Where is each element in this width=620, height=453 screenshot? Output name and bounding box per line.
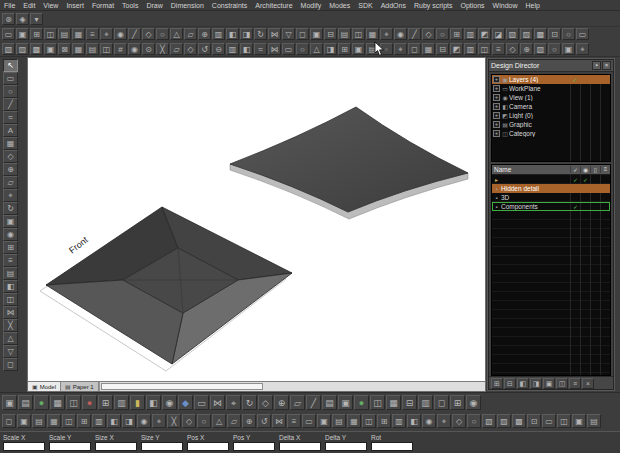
status-field-input[interactable] [3, 442, 45, 451]
toolbar-icon[interactable]: ⋈ [210, 395, 225, 410]
toolbar-icon[interactable]: ▨ [520, 28, 533, 40]
column-header-icon[interactable]: ◉ [580, 166, 590, 173]
tool-icon[interactable]: ◧ [3, 280, 18, 293]
menu-item[interactable]: Format [88, 2, 118, 9]
menu-item[interactable]: Dimension [167, 2, 208, 9]
menu-item[interactable]: Constraints [208, 2, 251, 9]
sheet-tab[interactable]: ▤ Paper 1 [61, 382, 99, 391]
toolbar-icon[interactable]: ▥ [226, 43, 239, 55]
toolbar-icon[interactable]: ◆ [178, 395, 193, 410]
toolbar-icon[interactable]: ↻ [254, 28, 267, 40]
toolbar-icon[interactable]: ▤ [58, 28, 71, 40]
menu-item[interactable]: Draw [142, 2, 166, 9]
toolbar-icon[interactable]: ⊞ [377, 414, 391, 428]
toolbar-icon[interactable]: ▦ [47, 414, 61, 428]
toolbar-icon[interactable]: ◇ [452, 414, 466, 428]
toolbar-icon[interactable]: ◩ [478, 28, 491, 40]
menu-item[interactable]: AddOns [377, 2, 410, 9]
toolbar-icon[interactable]: ◧ [407, 414, 421, 428]
column-header-icon[interactable]: ≡ [600, 166, 610, 173]
tool-icon[interactable]: △ [3, 332, 18, 345]
tree-item[interactable]: + ◧ Camera [492, 102, 610, 111]
toolbar-icon[interactable]: ▥ [92, 414, 106, 428]
toolbar-icon[interactable]: ≈ [254, 43, 267, 55]
toolbar-icon[interactable]: ◫ [478, 43, 491, 55]
name-column-header[interactable]: Name [492, 166, 570, 173]
check-icon[interactable]: ✓ [580, 176, 590, 183]
toolbar-icon[interactable]: ▭ [302, 414, 316, 428]
toolbar-icon[interactable]: ▣ [310, 28, 323, 40]
toolbar-icon[interactable]: ○ [548, 43, 561, 55]
menu-item[interactable]: Tools [118, 2, 142, 9]
toolbar-icon[interactable]: ○ [436, 28, 449, 40]
toolbar-icon[interactable]: ⊞ [30, 28, 43, 40]
menu-item[interactable]: Architecture [251, 2, 296, 9]
toolbar-icon[interactable]: ▧ [482, 414, 496, 428]
toolbar-icon[interactable]: ▤ [32, 414, 46, 428]
toolbar-icon[interactable]: ▭ [194, 395, 209, 410]
toolbar-icon[interactable]: ▧ [506, 28, 519, 40]
column-header-icon[interactable]: ▯ [590, 166, 600, 173]
toolbar-icon[interactable]: △ [310, 43, 323, 55]
curved-slab-object[interactable] [230, 107, 468, 219]
toolbar-icon[interactable]: ≡ [86, 28, 99, 40]
toolbar-icon[interactable]: ◉ [162, 395, 177, 410]
toolbar-icon[interactable]: ╳ [167, 414, 181, 428]
toolbar-icon[interactable]: ↺ [257, 414, 271, 428]
toolbar-icon[interactable]: ◫ [557, 414, 571, 428]
toolbar-icon[interactable]: ▣ [572, 414, 586, 428]
toolbar-icon[interactable]: ▦ [386, 395, 401, 410]
toolbar-icon[interactable]: ╳ [156, 43, 169, 55]
tool-icon[interactable]: ⊕ [3, 163, 18, 176]
toolbar-icon[interactable]: ◻ [434, 395, 449, 410]
toolbar-icon[interactable]: ▤ [86, 43, 99, 55]
tree-item[interactable]: + ▣ Layers (4) ✓ [492, 75, 610, 84]
toolbar-icon[interactable]: ▩ [534, 28, 547, 40]
toolbar-icon[interactable]: ⊞ [338, 43, 351, 55]
toolbar-icon[interactable]: ╱ [306, 395, 321, 410]
sheet-tab[interactable]: ▣ Model [28, 382, 61, 391]
horizontal-scrollbar[interactable] [99, 382, 485, 391]
toolbar-icon[interactable]: ▱ [290, 395, 305, 410]
toolbar-icon[interactable]: ≡ [287, 414, 301, 428]
check-icon[interactable]: ✓ [570, 176, 580, 183]
panel-icon[interactable]: ≡ [569, 378, 581, 389]
toolbar-icon[interactable]: ▤ [18, 395, 33, 410]
tool-icon[interactable]: ⌖ [3, 189, 18, 202]
menu-item[interactable]: Options [456, 2, 488, 9]
toolbar-icon[interactable]: ◫ [44, 28, 57, 40]
toolbar-icon[interactable]: ◉ [114, 28, 127, 40]
toolbar-icon[interactable]: △ [170, 28, 183, 40]
menu-item[interactable]: Help [522, 2, 544, 9]
toolbar-icon[interactable]: ▤ [332, 414, 346, 428]
toolbar-icon[interactable]: ▱ [227, 414, 241, 428]
tool-icon[interactable]: ▽ [3, 345, 18, 358]
tool-icon[interactable]: ▭ [3, 72, 18, 85]
toolbar-icon[interactable]: ▦ [72, 43, 85, 55]
tool-icon[interactable]: ╱ [3, 98, 18, 111]
expand-icon[interactable]: + [493, 103, 500, 110]
toolbar-icon[interactable]: ◉ [128, 43, 141, 55]
toolbar-icon[interactable]: ⊞ [77, 414, 91, 428]
toolbar-icon[interactable]: ▽ [282, 28, 295, 40]
toolbar-icon[interactable]: ◻ [408, 43, 421, 55]
expand-icon[interactable]: + [493, 130, 500, 137]
tree-item[interactable]: + ▭ WorkPlane [492, 84, 610, 93]
toolbar-icon[interactable]: ⊡ [548, 28, 561, 40]
toolbar-icon[interactable]: ⊞ [98, 395, 113, 410]
status-field-input[interactable] [371, 442, 413, 451]
toolbar-icon[interactable]: ◈ [16, 13, 29, 25]
tool-icon[interactable]: ↖ [3, 59, 18, 72]
toolbar-icon[interactable]: ◫ [362, 414, 376, 428]
tree-item[interactable]: + ◩ Light (0) [492, 111, 610, 120]
toolbar-icon[interactable]: ⊟ [324, 28, 337, 40]
toolbar-icon[interactable]: ⊠ [58, 43, 71, 55]
toolbar-icon[interactable]: ⋈ [272, 414, 286, 428]
toolbar-icon[interactable]: ⋈ [268, 28, 281, 40]
layer-row[interactable]: ▪ Hidden detail [492, 184, 610, 193]
toolbar-icon[interactable]: ◨ [324, 43, 337, 55]
panel-icon[interactable]: ◨ [530, 378, 542, 389]
scrollbar-thumb[interactable] [101, 383, 263, 390]
toolbar-icon[interactable]: ▭ [542, 414, 556, 428]
toolbar-icon[interactable]: ◨ [240, 28, 253, 40]
